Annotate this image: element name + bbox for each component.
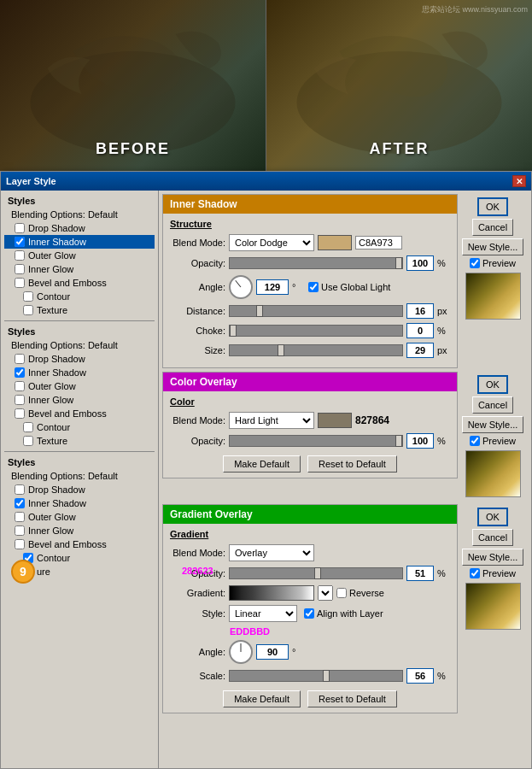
gradient-scale-value[interactable]: [406, 668, 434, 684]
color-overlay-reset-default-btn[interactable]: Reset to Default: [307, 455, 397, 473]
color-overlay-blend-mode-select[interactable]: Hard Light: [229, 412, 314, 429]
inner-shadow-label-1: Inner Shadow: [28, 237, 86, 247]
inner-glow-checkbox-3[interactable]: [15, 525, 25, 536]
inner-glow-checkbox-2[interactable]: [15, 395, 25, 405]
drop-shadow-item-2[interactable]: Drop Shadow: [4, 352, 155, 366]
inner-shadow-checkbox-1[interactable]: [15, 237, 25, 247]
gradient-overlay-body: Gradient Blend Mode: Overlay: [163, 524, 457, 713]
inner-shadow-distance-slider[interactable]: [229, 305, 403, 317]
bevel-emboss-item-1[interactable]: Bevel and Emboss: [4, 276, 155, 290]
blending-options-2[interactable]: Blending Options: Default: [4, 338, 155, 352]
drop-shadow-checkbox-1[interactable]: [15, 223, 25, 233]
bevel-emboss-checkbox-1[interactable]: [15, 278, 25, 288]
inner-shadow-angle-value[interactable]: [256, 279, 289, 295]
outer-glow-checkbox-1[interactable]: [15, 250, 25, 261]
texture-checkbox-1[interactable]: [23, 305, 33, 315]
blend-mode-label-1: Blend Mode:: [170, 238, 225, 248]
contour-checkbox-1[interactable]: [23, 291, 33, 302]
outer-glow-item-1[interactable]: Outer Glow: [4, 249, 155, 262]
distance-slider-container: [229, 305, 403, 317]
texture-item-1[interactable]: Texture: [4, 303, 155, 317]
gradient-angle-value[interactable]: [256, 644, 289, 660]
color-overlay-cancel-button[interactable]: Cancel: [472, 396, 513, 414]
gradient-reset-default-btn[interactable]: Reset to Default: [307, 690, 397, 707]
color-overlay-opacity-slider[interactable]: [229, 435, 403, 447]
reverse-checkbox[interactable]: [336, 588, 347, 598]
drop-shadow-checkbox-3[interactable]: [15, 484, 25, 495]
use-global-light-checkbox[interactable]: [308, 282, 319, 292]
inner-shadow-label-2: Inner Shadow: [28, 367, 86, 378]
inner-shadow-new-style-button[interactable]: New Style...: [462, 238, 524, 255]
drop-shadow-item-1[interactable]: Drop Shadow: [4, 221, 155, 235]
gradient-overlay-blend-mode-select[interactable]: Overlay: [229, 544, 314, 561]
drop-shadow-item-3[interactable]: Drop Shadow: [4, 483, 155, 496]
gradient-overlay-opacity-value[interactable]: [406, 566, 434, 581]
blending-options-1[interactable]: Blending Options: Default: [4, 208, 155, 221]
inner-glow-item-1[interactable]: Inner Glow: [4, 262, 155, 276]
inner-shadow-checkbox-2[interactable]: [15, 367, 25, 378]
inner-shadow-item-2[interactable]: Inner Shadow: [4, 366, 155, 379]
gradient-bar[interactable]: [229, 585, 314, 601]
color-overlay-opacity-value[interactable]: [406, 433, 434, 449]
inner-shadow-size-value[interactable]: [406, 343, 434, 358]
inner-shadow-preview-checkbox[interactable]: [470, 258, 480, 268]
texture-checkbox-2[interactable]: [23, 436, 33, 446]
gradient-angle-dial[interactable]: [229, 640, 253, 664]
color-overlay-new-style-button[interactable]: New Style...: [462, 416, 524, 433]
inner-glow-item-2[interactable]: Inner Glow: [4, 393, 155, 407]
gradient-style-select[interactable]: Linear: [229, 605, 297, 622]
inner-shadow-checkbox-3[interactable]: [15, 498, 25, 508]
bevel-emboss-checkbox-2[interactable]: [15, 408, 25, 419]
align-with-layer-checkbox[interactable]: [304, 608, 314, 619]
inner-glow-checkbox-1[interactable]: [15, 264, 25, 274]
contour-item-1[interactable]: Contour: [4, 290, 155, 303]
bevel-emboss-checkbox-3[interactable]: [15, 539, 25, 549]
outer-glow-item-2[interactable]: Outer Glow: [4, 379, 155, 393]
inner-shadow-angle-dial[interactable]: [229, 275, 253, 299]
inner-shadow-size-row: Size: px: [170, 343, 450, 358]
inner-glow-label-2: Inner Glow: [28, 395, 73, 405]
inner-shadow-blend-mode-select[interactable]: Color Dodge: [229, 234, 314, 251]
drop-shadow-checkbox-2[interactable]: [15, 354, 25, 364]
dialog-close-button[interactable]: ✕: [512, 175, 526, 187]
gradient-overlay-ok-button[interactable]: OK: [477, 508, 508, 526]
inner-shadow-opacity-value[interactable]: [406, 255, 434, 271]
gradient-scale-slider[interactable]: [229, 670, 403, 682]
outer-glow-checkbox-2[interactable]: [15, 381, 25, 391]
bevel-emboss-item-3[interactable]: Bevel and Emboss: [4, 537, 155, 551]
inner-shadow-choke-slider[interactable]: [229, 325, 403, 337]
outer-glow-label-1: Outer Glow: [28, 250, 76, 261]
color-overlay-swatch[interactable]: [318, 413, 352, 428]
inner-shadow-size-slider[interactable]: [229, 344, 403, 356]
inner-shadow-distance-value[interactable]: [406, 303, 434, 319]
color-overlay-content: Color Overlay Color Blend Mode: Hard Lig…: [162, 372, 458, 501]
gradient-make-default-btn[interactable]: Make Default: [223, 690, 301, 707]
color-overlay-make-default-btn[interactable]: Make Default: [223, 455, 301, 473]
inner-shadow-choke-value[interactable]: [406, 323, 434, 338]
inner-shadow-panel: Inner Shadow Structure Blend Mode: Color…: [162, 194, 528, 368]
color-overlay-blend-mode-row: Blend Mode: Hard Light 827864: [170, 412, 450, 429]
gradient-dropdown[interactable]: ▼: [318, 585, 333, 601]
gradient-overlay-opacity-slider[interactable]: [229, 567, 403, 579]
color-overlay-preview-checkbox[interactable]: [470, 436, 480, 446]
gradient-overlay-new-style-button[interactable]: New Style...: [462, 549, 524, 566]
inner-glow-item-3[interactable]: Inner Glow: [4, 524, 155, 537]
outer-glow-checkbox-3[interactable]: [15, 512, 25, 522]
gradient-overlay-preview-checkbox[interactable]: [470, 568, 480, 578]
color-overlay-ok-button[interactable]: OK: [477, 375, 508, 394]
inner-shadow-item-1[interactable]: Inner Shadow: [4, 235, 155, 249]
blending-options-3[interactable]: Blending Options: Default: [4, 469, 155, 483]
bevel-emboss-item-2[interactable]: Bevel and Emboss: [4, 407, 155, 420]
texture-item-2[interactable]: Texture: [4, 434, 155, 448]
outer-glow-item-3[interactable]: Outer Glow: [4, 510, 155, 524]
contour-item-2[interactable]: Contour: [4, 420, 155, 434]
inner-shadow-opacity-slider[interactable]: [229, 257, 403, 269]
gradient-overlay-cancel-button[interactable]: Cancel: [472, 529, 513, 546]
inner-shadow-item-3[interactable]: Inner Shadow: [4, 496, 155, 510]
inner-shadow-ok-button[interactable]: OK: [477, 197, 508, 216]
inner-shadow-cancel-button[interactable]: Cancel: [472, 219, 513, 236]
bevel-emboss-label-1: Bevel and Emboss: [28, 278, 107, 288]
styles-header-1: Styles: [4, 194, 155, 208]
contour-checkbox-2[interactable]: [23, 422, 33, 432]
inner-shadow-color-swatch[interactable]: [318, 235, 352, 250]
